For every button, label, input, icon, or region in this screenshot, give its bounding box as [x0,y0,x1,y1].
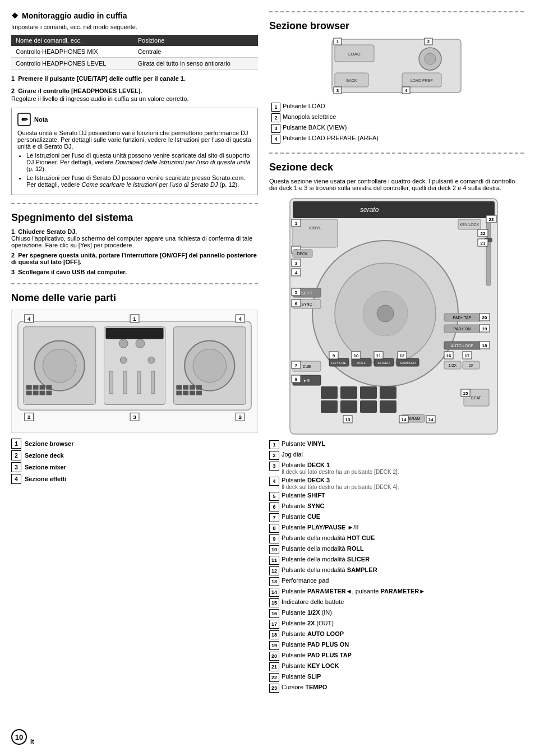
svg-rect-129 [360,400,377,413]
svg-text:18: 18 [482,343,487,348]
svg-rect-125 [360,386,377,399]
svg-rect-33 [33,391,39,395]
svg-point-9 [136,339,145,348]
deck-item: 9 Pulsante della modalità HOT CUE [269,534,524,543]
deck-label: Pulsante PAD PLUS TAP [282,652,352,658]
svg-text:1: 1 [133,316,136,322]
svg-text:CUE: CUE [303,365,311,368]
pos-cell: Centrale [133,46,258,58]
svg-point-8 [119,339,128,348]
deck-item: 18 Pulsante AUTO LOOP [269,630,524,639]
svg-text:4: 4 [27,316,31,322]
commands-table: Nome dei comandi, ecc. Posizione Control… [11,35,258,70]
svg-point-90 [377,305,394,322]
deck-label: Pulsante CUE [282,513,320,520]
deck-label: Pulsante 2X (OUT) [282,620,334,626]
browser-diagram-wrap: LOAD BACK LOAD PREP 1 2 3 [269,36,524,98]
browser-item: 1 Pulsante LOAD [271,103,524,112]
deck-item: 6 Pulsante SYNC [269,503,524,511]
browser-items-list: 1 Pulsante LOAD 2 Manopola selettrice 3 … [271,103,524,144]
svg-rect-44 [105,328,163,339]
step-2-num: 2 [11,87,15,94]
svg-text:SAMPLER: SAMPLER [400,361,416,365]
right-column: Sezione browser LOAD BACK LOAD PREP [269,11,524,745]
step-2-text: Girare il controllo [HEADPHONES LEVEL]. [18,87,142,94]
svg-rect-35 [46,391,52,395]
svg-text:15: 15 [463,391,468,396]
svg-text:3: 3 [133,414,136,420]
browser-item: 3 Pulsante BACK (VIEW) [271,124,524,133]
deck-num: 14 [269,588,279,597]
svg-text:SHIFT: SHIFT [301,291,313,295]
parts-label: Sezione browser [25,440,73,447]
svg-rect-12 [109,371,113,394]
svg-text:HOT CUE: HOT CUE [331,361,347,365]
deck-label: Pulsante PARAMETER◄, pulsante PARAMETER► [282,588,425,594]
step-desc: Chiuso l'applicativo, sullo schermo del … [11,235,258,248]
deck-label: Performance pad [282,577,329,584]
parts-num: 2 [11,450,21,460]
svg-text:2: 2 [27,414,31,420]
nome-parti-title: Nome delle varie parti [11,292,258,304]
deck-num: 4 [269,477,279,486]
svg-text:17: 17 [465,353,470,358]
svg-rect-41 [183,391,188,395]
svg-text:2X: 2X [469,363,474,367]
svg-text:23: 23 [489,217,494,222]
svg-rect-34 [40,391,45,395]
parts-list: 1 Sezione browser 2 Sezione deck 3 Sezio… [11,439,258,484]
svg-text:4: 4 [295,270,298,275]
audio-intro: Impostare i comandi, ecc. nel modo segue… [11,24,258,30]
parts-num: 3 [11,462,21,472]
step-heading: 2 Per spegnere questa unità, portare l'i… [11,252,258,265]
deck-num: 12 [269,566,279,575]
parts-svg: 4 1 4 2 3 2 [12,310,257,432]
svg-rect-36 [176,385,182,390]
deck-item: 2 Jog dial [269,451,524,460]
svg-text:LOAD PREP: LOAD PREP [411,79,433,82]
parts-item: 4 Sezione effetti [11,474,258,484]
deck-item: 13 Performance pad [269,577,524,586]
right-top-sep [269,11,524,12]
svg-rect-127 [321,400,338,413]
nota-icon: ✏ [17,113,31,126]
svg-text:PAD+ ON: PAD+ ON [454,327,471,331]
deck-label: Pulsante della modalità SLICER [282,556,370,563]
deck-item: 3 Pulsante DECK 1Il deck sul lato destro… [269,462,524,475]
svg-text:20: 20 [482,315,487,320]
separator-1 [11,203,258,204]
deck-label: Pulsante SYNC [282,503,324,509]
browser-title: Sezione browser [269,20,524,32]
browser-num: 3 [271,124,280,133]
parts-label: Sezione mixer [25,464,66,471]
svg-rect-37 [183,385,188,390]
deck-label: Jog dial [282,451,303,458]
deck-item: 16 Pulsante 1/2X (IN) [269,609,524,618]
deck-sublabel: Il deck sul lato destro ha un pulsante [… [282,484,399,490]
svg-text:ROLL: ROLL [357,361,366,365]
deck-label: Pulsante della modalità ROLL [282,545,364,552]
svg-text:13: 13 [345,417,350,422]
svg-text:KEY/LOCK: KEY/LOCK [459,223,479,227]
deck-num: 16 [269,609,279,618]
svg-rect-32 [26,391,32,395]
browser-num: 4 [271,135,280,144]
browser-section: Sezione browser LOAD BACK LOAD PREP [269,20,524,144]
svg-rect-128 [340,400,357,413]
deck-num: 17 [269,620,279,629]
svg-rect-38 [190,385,195,390]
svg-rect-14 [137,371,141,394]
parts-item: 1 Sezione browser [11,439,258,449]
deck-num: 1 [269,440,279,449]
deck-label: Pulsante SLIP [282,673,321,680]
deck-num: 11 [269,556,279,565]
browser-label: Pulsante LOAD PREPARE (AREA) [283,135,379,141]
svg-rect-130 [380,400,396,413]
deck-section: Sezione deck Questa sezione viene usata … [269,162,524,693]
deck-num: 21 [269,662,279,671]
svg-rect-124 [340,386,357,399]
parts-num: 4 [11,474,21,484]
svg-text:DECK: DECK [297,252,308,256]
deck-item: 19 Pulsante PAD PLUS ON [269,641,524,650]
deck-title: Sezione deck [269,162,524,173]
